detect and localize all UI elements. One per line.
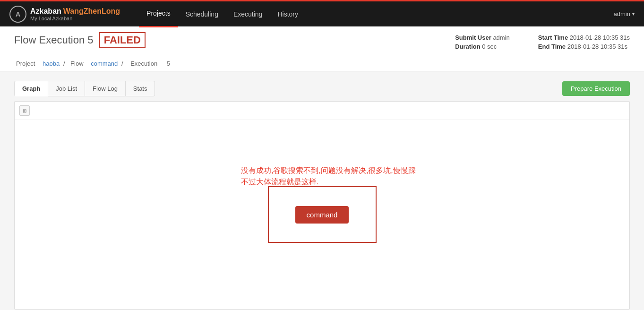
logo-text: Azkaban WangZhenLong My Local Azkaban <box>30 7 120 21</box>
start-time: Start Time 2018-01-28 10:35 31s <box>538 34 630 41</box>
duration-value: 0 sec <box>482 43 497 50</box>
logo-subtitle: My Local Azkaban <box>30 16 120 21</box>
failed-badge: FAILED <box>99 32 146 48</box>
title-prefix: Flow Execution <box>14 34 85 46</box>
start-time-value: 2018-01-28 10:35 31s <box>570 34 630 41</box>
azkaban-logo-icon: A <box>9 6 26 23</box>
tab-stats[interactable]: Stats <box>126 81 155 96</box>
graph-canvas: command <box>15 120 629 309</box>
project-crumb-link[interactable]: haoba <box>43 60 60 67</box>
exec-num: 5 <box>87 34 93 46</box>
page-header: Flow Execution 5 FAILED Submit User admi… <box>0 26 644 56</box>
meta-col-right: Start Time 2018-01-28 10:35 31s End Time… <box>538 34 630 50</box>
flow-title-text: Flow Execution 5 FAILED <box>14 34 146 46</box>
duration-label: Duration <box>455 43 480 50</box>
logo-name: Azkaban WangZhenLong <box>30 7 120 16</box>
breadcrumb: Project haoba / Flow command / Execution… <box>0 56 644 71</box>
nav-scheduling[interactable]: Scheduling <box>178 1 226 27</box>
logo-area: A Azkaban WangZhenLong My Local Azkaban <box>9 6 120 23</box>
topbar: A Azkaban WangZhenLong My Local Azkaban … <box>0 0 644 26</box>
flow-node-box: command <box>268 186 377 243</box>
graph-layout-icon[interactable]: ⊞ <box>19 105 30 116</box>
logo-name-white: Azkaban <box>30 7 61 16</box>
meta-col-left: Submit User admin Duration 0 sec <box>455 34 510 50</box>
admin-label: admin <box>614 10 630 17</box>
nav-executing[interactable]: Executing <box>226 1 270 27</box>
logo-name-orange: WangZhenLong <box>63 7 120 16</box>
end-time-label: End Time <box>538 43 566 50</box>
tab-job-list[interactable]: Job List <box>48 81 85 96</box>
content: 没有成功,谷歌搜索不到,问题没有解决,很多坑,慢慢踩 不过大体流程就是这样. G… <box>0 71 644 310</box>
tabs-row-wrapper: Graph Job List Flow Log Stats Prepare Ex… <box>14 81 630 96</box>
flow-node-button[interactable]: command <box>295 206 349 224</box>
admin-menu[interactable]: admin ▾ <box>614 10 635 17</box>
submit-user-label: Submit User <box>455 34 491 41</box>
end-time: End Time 2018-01-28 10:35 31s <box>538 43 630 50</box>
admin-arrow-icon: ▾ <box>632 11 635 17</box>
graph-toolbar: ⊞ <box>15 102 629 120</box>
flow-crumb-label: Flow <box>70 60 83 67</box>
graph-panel: ⊞ command <box>14 101 630 310</box>
nav-links: Projects Scheduling Executing History <box>139 1 614 27</box>
nav-history[interactable]: History <box>270 1 306 27</box>
submit-user: Submit User admin <box>455 34 510 41</box>
crumb-sep1: / <box>63 60 67 67</box>
project-crumb-label: Project <box>16 60 35 67</box>
prepare-execution-button[interactable]: Prepare Execution <box>562 81 630 96</box>
nav-projects[interactable]: Projects <box>139 1 178 27</box>
flow-crumb-link[interactable]: command <box>91 60 118 67</box>
end-time-value: 2018-01-28 10:35 31s <box>567 43 627 50</box>
start-time-label: Start Time <box>538 34 568 41</box>
meta-info: Submit User admin Duration 0 sec Start T… <box>455 34 630 50</box>
tab-flow-log[interactable]: Flow Log <box>85 81 126 96</box>
tabs-row: Graph Job List Flow Log Stats <box>14 81 155 96</box>
flow-execution-title: Flow Execution 5 FAILED <box>14 34 146 46</box>
submit-user-value: admin <box>493 34 509 41</box>
duration: Duration 0 sec <box>455 43 510 50</box>
tab-graph[interactable]: Graph <box>14 81 48 96</box>
crumb-sep2: / <box>121 60 125 67</box>
execution-crumb: Execution 5 <box>129 60 172 67</box>
